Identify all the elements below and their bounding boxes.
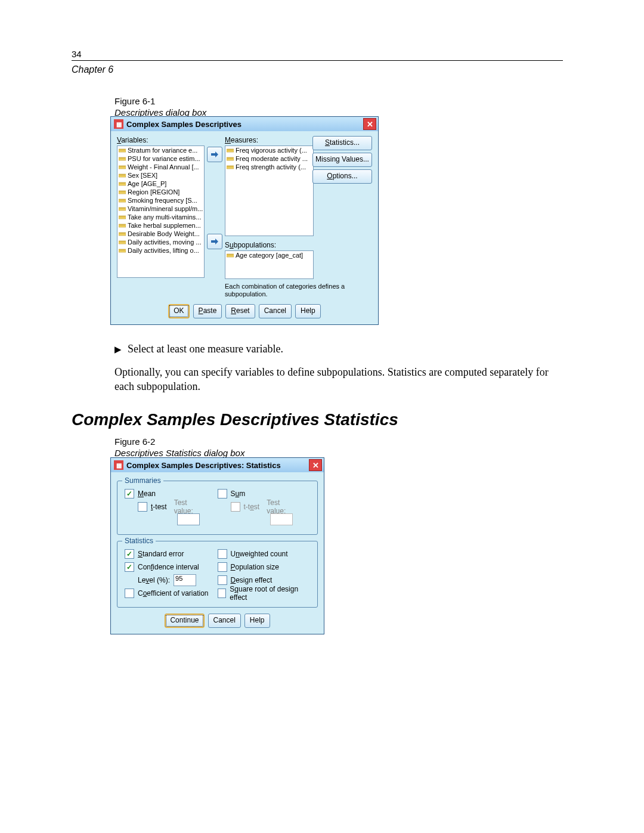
ruler-icon bbox=[227, 156, 234, 162]
standard-error-checkbox[interactable]: Standard error bbox=[125, 547, 218, 561]
list-item[interactable]: Sex [SEX] bbox=[117, 171, 204, 179]
list-item[interactable]: Daily activities, lifting o... bbox=[117, 246, 204, 255]
reset-button[interactable]: Reset bbox=[225, 304, 255, 318]
statistics-button-label: tatistics... bbox=[330, 138, 360, 147]
population-size-checkbox[interactable]: Population size bbox=[218, 561, 311, 574]
checkbox-icon bbox=[218, 589, 227, 598]
measures-listbox[interactable]: Freq vigorous activity (...Freq moderate… bbox=[225, 145, 314, 236]
list-item[interactable]: Freq vigorous activity (... bbox=[225, 146, 313, 154]
list-item[interactable]: Daily activities, moving ... bbox=[117, 238, 204, 246]
close-icon[interactable]: ✕ bbox=[363, 118, 376, 130]
chapter-label: Chapter 6 bbox=[72, 64, 113, 75]
confidence-interval-checkbox[interactable]: Confidence interval bbox=[125, 561, 218, 574]
missing-values-button[interactable]: Missing Values... bbox=[312, 153, 372, 167]
list-item[interactable]: Freq strength activity (... bbox=[225, 163, 313, 171]
list-item[interactable]: PSU for variance estim... bbox=[117, 154, 204, 163]
list-item[interactable]: Freq moderate activity ... bbox=[225, 154, 313, 163]
list-item[interactable]: Take herbal supplemen... bbox=[117, 221, 204, 230]
mean-ttest-checkbox[interactable]: t-test Testvalue: bbox=[138, 500, 218, 513]
level-input[interactable]: 95 bbox=[174, 574, 196, 586]
list-item[interactable]: Weight - Final Annual [... bbox=[117, 163, 204, 171]
list-item[interactable]: Vitamin/mineral suppl/m... bbox=[117, 205, 204, 213]
list-item-label: Smoking frequency [S... bbox=[128, 197, 197, 204]
ruler-icon bbox=[119, 231, 126, 237]
ok-button[interactable]: OK bbox=[168, 304, 189, 318]
mean-test-value-input[interactable] bbox=[177, 513, 200, 525]
summaries-title: Summaries bbox=[122, 476, 163, 485]
subpop-label: Subpopulations: bbox=[225, 241, 372, 249]
list-item-label: Region [REGION] bbox=[128, 188, 179, 196]
unweighted-count-checkbox[interactable]: Unweighted count bbox=[218, 547, 311, 561]
summaries-group: Summaries Mean t-test Testvalue: bbox=[117, 481, 318, 535]
body-paragraph: Optionally, you can specify variables to… bbox=[114, 365, 562, 394]
header-rule bbox=[72, 60, 563, 61]
level-row: Level (%): 95 bbox=[138, 574, 218, 587]
figure1-label: Figure 6-1 bbox=[114, 95, 206, 107]
sqrt-design-effect-checkbox[interactable]: Square root of design effect bbox=[218, 587, 311, 600]
app-icon: ▦ bbox=[114, 460, 123, 470]
list-item-label: Vitamin/mineral suppl/m... bbox=[128, 205, 203, 212]
sum-checkbox[interactable]: Sum bbox=[218, 487, 311, 500]
cancel-button[interactable]: Cancel bbox=[259, 304, 292, 318]
ruler-icon bbox=[119, 189, 126, 195]
list-item-label: PSU for variance estim... bbox=[128, 155, 200, 162]
figure1-caption: Descriptives dialog box bbox=[114, 107, 206, 117]
list-item[interactable]: Desirable Body Weight... bbox=[117, 230, 204, 238]
options-button[interactable]: Options... bbox=[312, 169, 372, 184]
help-button[interactable]: Help bbox=[295, 304, 321, 318]
list-item[interactable]: Region [REGION] bbox=[117, 188, 204, 196]
list-item[interactable]: Age [AGE_P] bbox=[117, 179, 204, 188]
test-value-label: Testvalue: bbox=[174, 498, 193, 515]
move-to-subpop-button[interactable] bbox=[207, 234, 222, 249]
list-item[interactable]: Age category [age_cat] bbox=[225, 251, 313, 259]
sum-test-value-input bbox=[270, 513, 293, 525]
app-icon: ▦ bbox=[114, 119, 123, 129]
sum-ttest-checkbox: t-test Testvalue: bbox=[231, 500, 311, 513]
statistics-button[interactable]: Statistics... bbox=[312, 136, 372, 150]
list-item-label: Freq moderate activity ... bbox=[236, 155, 308, 162]
bullet-icon: ▶ bbox=[114, 343, 122, 358]
coefficient-variation-checkbox[interactable]: Coefficient of variation bbox=[125, 587, 218, 600]
list-item-label: Sex [SEX] bbox=[128, 172, 157, 179]
list-item[interactable]: Stratum for variance e... bbox=[117, 146, 204, 154]
ruler-icon bbox=[119, 214, 126, 220]
ruler-icon bbox=[119, 197, 126, 203]
mean-checkbox[interactable]: Mean bbox=[125, 487, 218, 500]
test-value-label: Testvalue: bbox=[267, 498, 286, 515]
paste-button[interactable]: Paste bbox=[193, 304, 222, 318]
list-item[interactable]: Take any multi-vitamins... bbox=[117, 213, 204, 221]
list-item-label: Freq strength activity (... bbox=[236, 163, 306, 171]
ruler-icon bbox=[227, 147, 234, 153]
cancel-button[interactable]: Cancel bbox=[208, 614, 241, 628]
dialog2-title: Complex Samples Descriptives: Statistics bbox=[126, 461, 309, 470]
section-heading: Complex Samples Descriptives Statistics bbox=[72, 410, 398, 429]
move-to-measures-button[interactable] bbox=[207, 147, 222, 162]
variables-listbox[interactable]: Stratum for variance e...PSU for varianc… bbox=[117, 145, 205, 278]
descriptives-dialog: ▦ Complex Samples Descriptives ✕ Statist… bbox=[110, 116, 379, 325]
checkbox-icon bbox=[218, 562, 227, 572]
list-item[interactable]: Smoking frequency [S... bbox=[117, 196, 204, 205]
ruler-icon bbox=[227, 164, 234, 170]
list-item-label: Daily activities, moving ... bbox=[128, 239, 201, 246]
ruler-icon bbox=[119, 172, 126, 178]
list-item-label: Take any multi-vitamins... bbox=[128, 213, 201, 221]
close-icon[interactable]: ✕ bbox=[309, 459, 322, 471]
ruler-icon bbox=[119, 239, 126, 245]
subpop-hint: Each combination of categories defines a… bbox=[225, 283, 372, 298]
subpopulations-listbox[interactable]: Age category [age_cat] bbox=[225, 250, 314, 279]
continue-button[interactable]: Continue bbox=[165, 614, 204, 628]
ruler-icon bbox=[119, 147, 126, 153]
list-item-label: Take herbal supplemen... bbox=[128, 222, 201, 229]
dialog2-titlebar[interactable]: ▦ Complex Samples Descriptives: Statisti… bbox=[111, 458, 324, 472]
ruler-icon bbox=[119, 247, 126, 253]
dialog1-titlebar[interactable]: ▦ Complex Samples Descriptives ✕ bbox=[111, 117, 378, 131]
list-item-label: Daily activities, lifting o... bbox=[128, 247, 199, 254]
ruler-icon bbox=[119, 206, 126, 212]
list-item-label: Stratum for variance e... bbox=[128, 147, 197, 154]
bullet-text: Select at least one measure variable. bbox=[128, 342, 283, 356]
checkbox-icon bbox=[218, 549, 227, 559]
checkbox-icon bbox=[125, 489, 134, 498]
checkbox-icon bbox=[218, 575, 227, 585]
checkbox-icon bbox=[138, 502, 147, 512]
help-button[interactable]: Help bbox=[244, 614, 270, 628]
